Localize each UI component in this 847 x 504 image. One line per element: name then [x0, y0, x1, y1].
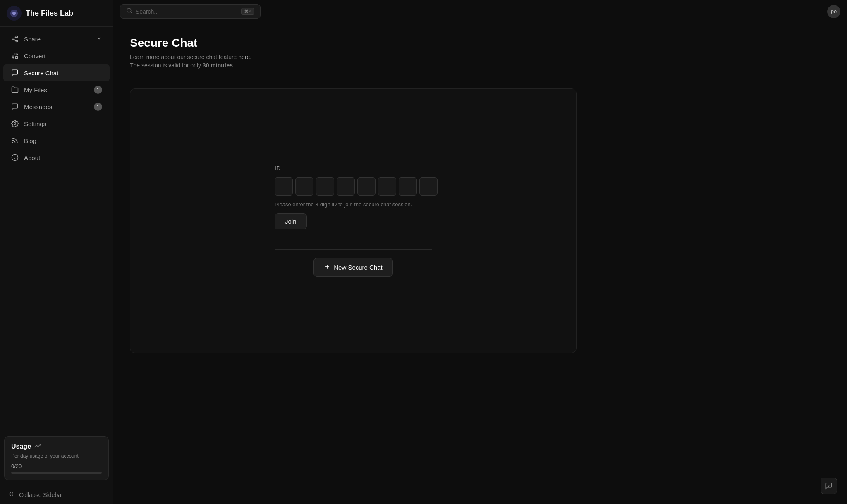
message-icon — [11, 103, 19, 111]
divider — [275, 249, 432, 250]
digit-inputs — [275, 177, 438, 196]
usage-count: 0/20 — [11, 463, 102, 469]
digit-input-8[interactable] — [419, 177, 438, 196]
usage-title: Usage — [11, 443, 31, 450]
sidebar-item-messages[interactable]: Messages 1 — [3, 98, 110, 115]
page-subtitle: Learn more about our secure chat feature… — [130, 54, 830, 60]
sidebar-item-settings[interactable]: Settings — [3, 115, 110, 132]
topbar-right: pe — [827, 5, 840, 18]
usage-icon — [34, 442, 41, 451]
content-area: Secure Chat Learn more about our secure … — [113, 23, 847, 504]
main-area: Search... ⌘K pe Secure Chat Learn more a… — [113, 0, 847, 504]
gear-icon — [11, 119, 19, 128]
svg-point-1 — [16, 36, 18, 38]
svg-line-4 — [14, 39, 16, 41]
sidebar-item-settings-label: Settings — [24, 120, 46, 127]
secure-chat-icon — [11, 69, 19, 77]
sidebar: The Files Lab Share — [0, 0, 113, 504]
search-icon — [126, 7, 132, 15]
folder-icon — [11, 86, 19, 94]
messages-badge: 1 — [94, 103, 102, 111]
id-label: ID — [275, 165, 280, 172]
share-chevron-icon — [96, 36, 102, 43]
sidebar-item-blog[interactable]: Blog — [3, 132, 110, 149]
svg-line-5 — [14, 37, 16, 38]
digit-input-7[interactable] — [399, 177, 417, 196]
usage-bar-background — [11, 472, 102, 474]
collapse-sidebar-label: Collapse Sidebar — [19, 492, 63, 498]
id-hint: Please enter the 8-digit ID to join the … — [275, 201, 412, 208]
collapse-sidebar-button[interactable]: Collapse Sidebar — [0, 485, 113, 504]
my-files-badge: 1 — [94, 86, 102, 94]
new-secure-chat-label: New Secure Chat — [334, 264, 383, 271]
subtitle-link[interactable]: here — [238, 54, 250, 60]
search-box[interactable]: Search... ⌘K — [120, 4, 261, 19]
chat-panel: ID Please enter the 8-digit ID to join t… — [130, 88, 577, 353]
svg-point-8 — [14, 123, 16, 125]
sidebar-item-convert[interactable]: Convert — [3, 48, 110, 64]
new-secure-chat-button[interactable]: New Secure Chat — [313, 258, 393, 277]
sidebar-item-secure-chat[interactable]: Secure Chat — [3, 64, 110, 81]
feedback-button[interactable] — [821, 478, 837, 494]
digit-input-6[interactable] — [378, 177, 396, 196]
usage-card: Usage Per day usage of your account 0/20 — [4, 436, 109, 480]
sidebar-item-about-label: About — [24, 154, 40, 161]
topbar: Search... ⌘K pe — [113, 0, 847, 23]
app-title: The Files Lab — [26, 9, 73, 18]
digit-input-3[interactable] — [316, 177, 334, 196]
join-button[interactable]: Join — [275, 213, 307, 229]
svg-rect-6 — [12, 53, 14, 55]
app-logo[interactable] — [7, 6, 22, 21]
info-icon — [11, 153, 19, 162]
svg-line-14 — [130, 12, 132, 13]
svg-point-2 — [12, 38, 14, 40]
search-placeholder: Search... — [136, 8, 238, 15]
user-avatar[interactable]: pe — [827, 5, 840, 18]
sidebar-item-share-label: Share — [24, 36, 41, 43]
rss-icon — [11, 136, 19, 145]
sidebar-item-my-files[interactable]: My Files 1 — [3, 81, 110, 98]
digit-input-2[interactable] — [295, 177, 313, 196]
svg-rect-7 — [16, 57, 18, 59]
plus-icon — [324, 263, 330, 271]
digit-input-4[interactable] — [337, 177, 355, 196]
convert-icon — [11, 52, 19, 60]
sidebar-item-convert-label: Convert — [24, 53, 46, 60]
page-title: Secure Chat — [130, 36, 830, 50]
usage-header: Usage — [11, 442, 102, 451]
sidebar-item-share[interactable]: Share — [3, 31, 110, 47]
session-note: The session is valid for only 30 minutes… — [130, 62, 830, 69]
sidebar-item-my-files-label: My Files — [24, 86, 47, 93]
subtitle-text: Learn more about our secure chat feature — [130, 54, 237, 60]
sidebar-item-blog-label: Blog — [24, 137, 36, 144]
chevrons-left-icon — [7, 490, 15, 499]
nav-section-top: Share Convert — [0, 27, 113, 170]
svg-point-3 — [16, 40, 18, 42]
svg-point-9 — [12, 143, 13, 143]
digit-input-5[interactable] — [357, 177, 376, 196]
sidebar-header: The Files Lab — [0, 0, 113, 27]
sidebar-item-messages-label: Messages — [24, 103, 52, 110]
share-icon — [11, 35, 19, 43]
search-keyboard-shortcut: ⌘K — [241, 8, 254, 15]
digit-input-1[interactable] — [275, 177, 293, 196]
svg-point-13 — [127, 8, 131, 12]
usage-description: Per day usage of your account — [11, 453, 102, 459]
id-section: ID Please enter the 8-digit ID to join t… — [275, 165, 432, 229]
sidebar-item-secure-chat-label: Secure Chat — [24, 69, 58, 76]
sidebar-item-about[interactable]: About — [3, 149, 110, 166]
